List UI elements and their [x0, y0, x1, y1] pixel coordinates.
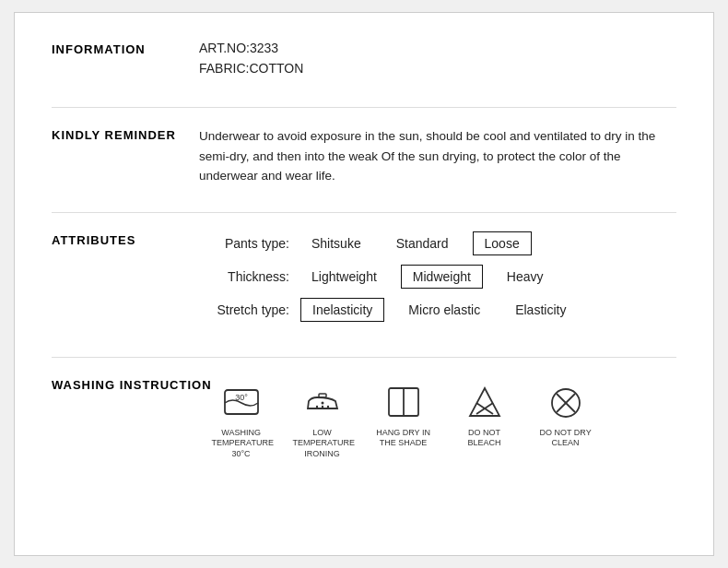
reminder-section: KINDLY REMINDER Underwear to avoid expos…	[52, 126, 676, 186]
svg-point-4	[321, 406, 323, 408]
attributes-label: ATTRIBUTES	[52, 231, 199, 331]
washing-label: WASHING INSTRUCTION	[52, 376, 212, 460]
pants-type-loose[interactable]: Loose	[473, 231, 532, 255]
no-dry-clean-item: DO NOT DRY CLEAN	[536, 382, 595, 449]
information-content: ART.NO:3233 FABRIC:COTTON	[199, 41, 676, 81]
wash-icons-group: 30° WASHING TEMPERATURE 30°C	[212, 382, 676, 460]
hang-dry-label: HANG DRY IN THE SHADE	[374, 428, 433, 449]
thickness-midweight[interactable]: Midweight	[401, 265, 483, 289]
information-label: INFORMATION	[52, 41, 199, 81]
thickness-heavy[interactable]: Heavy	[496, 266, 555, 288]
pants-type-row: Pants type: Shitsuke Standard Loose	[199, 231, 676, 255]
product-info-card: INFORMATION ART.NO:3233 FABRIC:COTTON KI…	[14, 12, 714, 556]
no-bleach-icon	[464, 382, 505, 422]
svg-rect-2	[319, 394, 326, 397]
svg-point-3	[315, 406, 317, 408]
svg-marker-9	[470, 388, 499, 416]
svg-text:30°: 30°	[235, 393, 248, 402]
hang-dry-icon	[383, 382, 424, 422]
attributes-section: ATTRIBUTES Pants type: Shitsuke Standard…	[52, 231, 676, 331]
svg-point-6	[321, 401, 323, 404]
low-temp-iron-item: LOW TEMPERATURE IRONING	[293, 382, 352, 460]
low-temp-iron-label: LOW TEMPERATURE IRONING	[293, 428, 352, 460]
reminder-text: Underwear to avoid exposure in the sun, …	[199, 126, 676, 186]
attributes-content: Pants type: Shitsuke Standard Loose Thic…	[199, 231, 676, 331]
low-temp-iron-icon	[302, 382, 343, 422]
reminder-content: Underwear to avoid exposure in the sun, …	[199, 126, 676, 186]
pants-type-key: Pants type:	[199, 236, 300, 251]
thickness-lightweight[interactable]: Lightweight	[300, 266, 388, 288]
stretch-micro-elastic[interactable]: Micro elastic	[397, 299, 491, 321]
washing-content: 30° WASHING TEMPERATURE 30°C	[212, 376, 676, 460]
stretch-type-values: Inelasticity Micro elastic Elasticity	[300, 298, 577, 322]
wash-temp-label: WASHING TEMPERATURE 30°C	[212, 428, 271, 460]
wash-temp-icon: 30°	[221, 382, 262, 422]
stretch-type-row: Stretch type: Inelasticity Micro elastic…	[199, 298, 676, 322]
thickness-row: Thickness: Lightweight Midweight Heavy	[199, 265, 676, 289]
stretch-type-key: Stretch type:	[199, 302, 300, 317]
no-dry-clean-icon	[546, 382, 586, 422]
no-dry-clean-label: DO NOT DRY CLEAN	[536, 428, 595, 449]
fabric: FABRIC:COTTON	[199, 61, 676, 76]
pants-type-shitsuke[interactable]: Shitsuke	[300, 232, 372, 254]
pants-type-standard[interactable]: Standard	[385, 232, 460, 254]
art-no: ART.NO:3233	[199, 41, 676, 55]
pants-type-values: Shitsuke Standard Loose	[300, 231, 532, 255]
information-section: INFORMATION ART.NO:3233 FABRIC:COTTON	[52, 41, 676, 81]
stretch-elasticity[interactable]: Elasticity	[504, 299, 577, 321]
svg-point-5	[326, 406, 328, 408]
no-bleach-label: DO NOT BLEACH	[455, 428, 514, 449]
reminder-label: KINDLY REMINDER	[52, 126, 199, 186]
stretch-inelasticity[interactable]: Inelasticity	[300, 298, 384, 322]
thickness-key: Thickness:	[199, 269, 300, 284]
hang-dry-item: HANG DRY IN THE SHADE	[374, 382, 433, 449]
wash-temp-item: 30° WASHING TEMPERATURE 30°C	[212, 382, 271, 460]
thickness-values: Lightweight Midweight Heavy	[300, 265, 555, 289]
washing-section: WASHING INSTRUCTION 30° WASHING TEMPERAT…	[52, 376, 676, 460]
no-bleach-item: DO NOT BLEACH	[455, 382, 514, 449]
